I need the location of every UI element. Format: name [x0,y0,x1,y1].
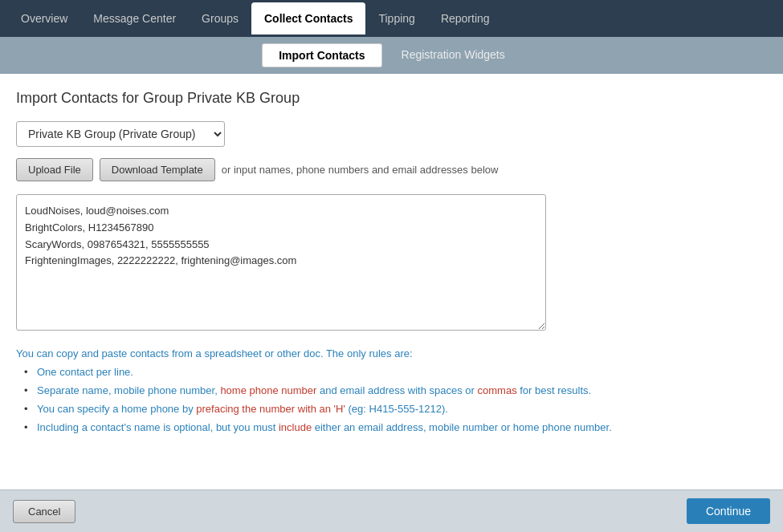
page-title: Import Contacts for Group Private KB Gro… [16,90,767,107]
hint-text: or input names, phone numbers and email … [222,164,499,176]
info-intro: You can copy and paste contacts from a s… [16,347,767,359]
nav-item-groups[interactable]: Groups [189,2,251,35]
group-select-row: Private KB Group (Private Group) [16,121,767,147]
contacts-textarea[interactable]: LoudNoises, loud@noises.com BrightColors… [16,194,546,331]
subnav-registration-widgets[interactable]: Registration Widgets [385,43,521,67]
nav-item-collect-contacts[interactable]: Collect Contacts [251,2,365,35]
top-nav: Overview Message Center Groups Collect C… [0,0,783,37]
footer: Cancel Continue [0,489,783,532]
info-section: You can copy and paste contacts from a s… [16,347,767,433]
main-content: Import Contacts for Group Private KB Gro… [0,74,783,489]
nav-item-overview[interactable]: Overview [8,2,80,35]
upload-file-button[interactable]: Upload File [16,158,93,181]
sub-nav: Import Contacts Registration Widgets [0,37,783,74]
info-item-3: You can specify a home phone by prefacin… [24,403,767,415]
group-select[interactable]: Private KB Group (Private Group) [16,121,225,147]
info-item-2: Separate name, mobile phone number, home… [24,384,767,396]
cancel-button[interactable]: Cancel [13,500,75,523]
nav-item-tipping[interactable]: Tipping [365,2,427,35]
buttons-row: Upload File Download Template or input n… [16,158,767,181]
info-item-1: One contact per line. [24,366,767,378]
info-list: One contact per line. Separate name, mob… [16,366,767,433]
download-template-button[interactable]: Download Template [100,158,215,181]
nav-item-reporting[interactable]: Reporting [428,2,503,35]
nav-item-message-center[interactable]: Message Center [80,2,189,35]
info-item-4: Including a contact's name is optional, … [24,421,767,433]
subnav-import-contacts[interactable]: Import Contacts [262,43,381,67]
continue-button[interactable]: Continue [687,498,770,524]
info-intro-text: You can copy and paste contacts from a s… [16,347,413,359]
